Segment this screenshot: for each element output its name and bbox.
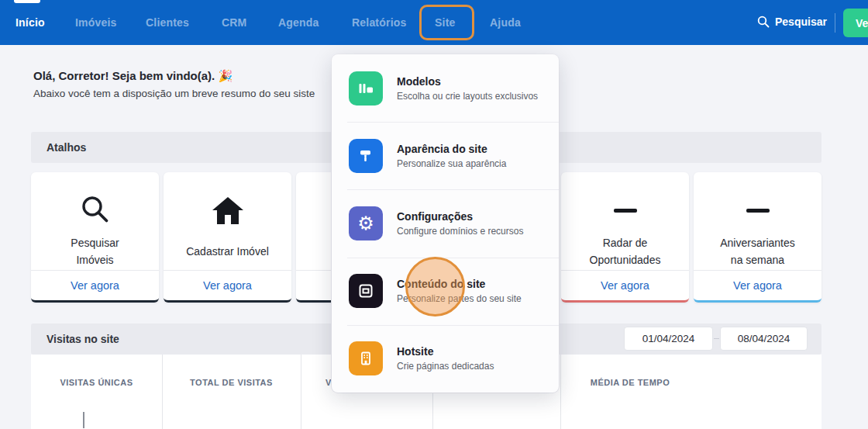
nav-item-ajuda[interactable]: Ajuda xyxy=(490,16,521,29)
card-label: Cadastrar Imóvel xyxy=(184,234,271,270)
col-header-media-tempo: MÉDIA DE TEMPO xyxy=(560,378,700,387)
card-pesquisar-imoveis[interactable]: Pesquisar Imóveis Ver agora xyxy=(31,172,159,303)
menu-item-configuracoes[interactable]: ⚙ Configurações Configure domínios e rec… xyxy=(332,189,559,257)
nav-item-imoveis[interactable]: Imóveis xyxy=(75,16,117,29)
card-radar-oportunidades[interactable]: Radar de Oportunidades Ver agora xyxy=(561,172,689,303)
card-action-link[interactable]: Ver agora xyxy=(694,270,822,300)
site-dropdown-menu: Modelos Escolha ou crie layouts exclusiv… xyxy=(332,54,559,393)
welcome-title-text: Olá, Corretor! Seja bem vindo(a). xyxy=(33,69,215,82)
dash-icon xyxy=(746,186,770,234)
column-divider xyxy=(162,355,163,429)
top-nav: Início Imóveis Clientes CRM Agenda Relat… xyxy=(0,0,868,45)
menu-item-hotsite[interactable]: Hotsite Crie páginas dedicadas xyxy=(332,325,559,393)
search-icon xyxy=(757,16,770,28)
date-to-input[interactable]: 08/04/2024 xyxy=(720,327,808,351)
nav-item-inicio[interactable]: Início xyxy=(16,16,45,29)
card-label: Radar de Oportunidades xyxy=(581,234,669,270)
menu-item-subtitle: Personalize sua aparência xyxy=(397,158,506,169)
layouts-icon xyxy=(349,71,383,106)
welcome-subtitle: Abaixo você tem a disposição um breve re… xyxy=(33,88,315,99)
nav-item-agenda[interactable]: Agenda xyxy=(278,16,319,29)
text-cursor xyxy=(83,412,84,428)
date-range-connector xyxy=(714,338,719,339)
card-action-link[interactable]: Ver agora xyxy=(561,270,689,300)
menu-item-title: Hotsite xyxy=(397,345,494,358)
dash-icon xyxy=(614,186,637,234)
card-action-link[interactable]: Ver agora xyxy=(31,270,159,300)
menu-item-title: Conteúdo do site xyxy=(397,278,522,290)
column-divider xyxy=(301,355,301,429)
date-from-input[interactable]: 01/04/2024 xyxy=(624,327,713,351)
active-tab-indicator xyxy=(14,0,40,3)
search-label: Pesquisar xyxy=(775,16,827,28)
card-aniversariantes[interactable]: Aniversariantes na semana Ver agora xyxy=(694,172,822,303)
menu-item-title: Aparência do site xyxy=(397,143,506,155)
party-emoji: 🎉 xyxy=(218,69,232,82)
card-action-link[interactable]: Ver agora xyxy=(164,270,291,300)
menu-item-title: Modelos xyxy=(397,75,538,88)
menu-item-subtitle: Crie páginas dedicadas xyxy=(397,361,494,372)
col-header-visitas-unicas: VISITAS ÚNICAS xyxy=(31,378,162,387)
nav-item-relatorios[interactable]: Relatórios xyxy=(352,16,406,29)
card-label: Aniversariantes na semana xyxy=(714,234,801,270)
column-divider xyxy=(560,355,561,429)
col-header-total-visitas: TOTAL DE VISITAS xyxy=(162,378,301,387)
gear-icon: ⚙ xyxy=(349,206,383,240)
nav-item-site[interactable]: Site xyxy=(435,16,455,29)
app-window: Início Imóveis Clientes CRM Agenda Relat… xyxy=(0,0,868,429)
nav-item-crm[interactable]: CRM xyxy=(222,16,246,29)
gear-glyph: ⚙ xyxy=(357,214,374,233)
menu-item-subtitle: Configure domínios e recursos xyxy=(397,226,523,237)
search-icon xyxy=(77,186,114,234)
shortcuts-title: Atalhos xyxy=(46,141,86,154)
nav-divider xyxy=(835,13,835,33)
paint-roller-icon xyxy=(349,139,383,173)
home-icon xyxy=(210,186,246,234)
menu-item-conteudo[interactable]: Conteúdo do site Personalize partes do s… xyxy=(332,258,559,325)
menu-item-subtitle: Personalize partes do seu site xyxy=(397,293,522,304)
menu-item-title: Configurações xyxy=(397,210,523,223)
menu-item-aparencia[interactable]: Aparência do site Personalize sua aparên… xyxy=(332,122,559,189)
building-icon xyxy=(349,341,383,375)
menu-item-modelos[interactable]: Modelos Escolha ou crie layouts exclusiv… xyxy=(332,54,559,122)
search-button[interactable]: Pesquisar xyxy=(757,16,827,28)
card-cadastrar-imovel[interactable]: Cadastrar Imóvel Ver agora xyxy=(164,172,291,303)
menu-item-subtitle: Escolha ou crie layouts exclusivos xyxy=(397,91,538,102)
card-label: Pesquisar Imóveis xyxy=(51,234,139,270)
view-site-button[interactable]: Ver site xyxy=(843,9,868,37)
nav-item-clientes[interactable]: Clientes xyxy=(146,16,189,29)
welcome-title: Olá, Corretor! Seja bem vindo(a). 🎉 xyxy=(33,69,232,83)
content-icon xyxy=(349,274,383,308)
visits-title: Visitas no site xyxy=(46,333,119,345)
